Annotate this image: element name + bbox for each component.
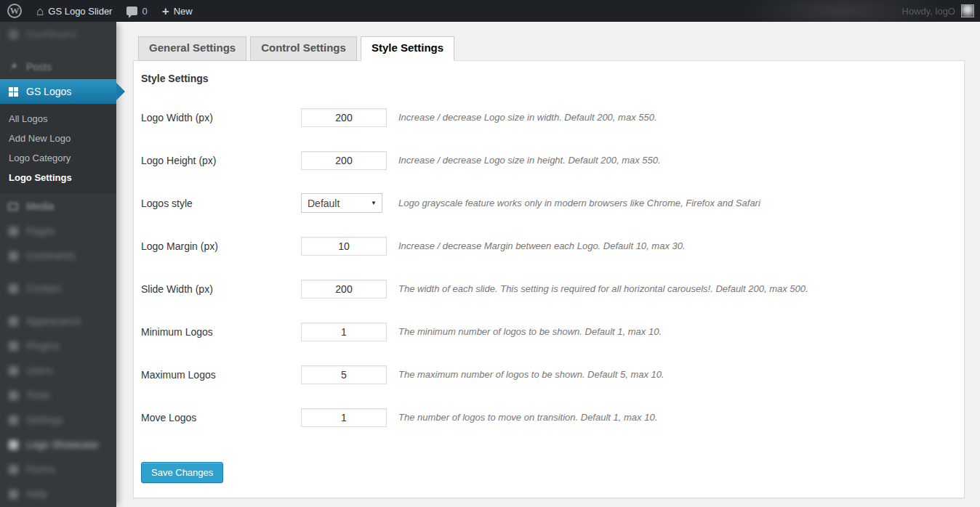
gs-logos-grid-icon (7, 86, 19, 97)
plus-icon: + (162, 5, 169, 17)
gs-logos-submenu: All Logos Add New Logo Logo Category Log… (0, 104, 116, 194)
move-logos-input[interactable] (301, 408, 387, 427)
maximum-logos-input[interactable] (301, 365, 387, 384)
wordpress-logo-icon: W (7, 4, 22, 18)
menu-icon (7, 340, 19, 352)
sidebar-item-label: Posts (26, 61, 52, 73)
sidebar-item-blurred[interactable]: Contact (0, 276, 116, 301)
menu-icon (7, 315, 19, 327)
sidebar-item-label: Settings (26, 414, 63, 426)
setting-row: Move Logos The number of logos to move o… (141, 408, 957, 427)
setting-description: Increase / decrease Logo size in width. … (398, 112, 657, 123)
home-icon: ⌂ (36, 5, 44, 17)
setting-label: Maximum Logos (141, 369, 301, 381)
main-content: General Settings Control Settings Style … (116, 22, 980, 507)
dashboard-icon (7, 28, 19, 40)
submenu-add-new-logo[interactable]: Add New Logo (0, 129, 116, 148)
logo-width-input[interactable] (301, 108, 387, 127)
sidebar-item-blurred[interactable]: Help (0, 482, 116, 506)
sidebar-item-blurred[interactable]: Plugins (0, 333, 116, 358)
admin-bar: W ⌂ GS Logo Slider 0 + New Howdy, logO (0, 0, 980, 22)
sidebar-item-label: Pages (26, 225, 55, 237)
logo-margin-input[interactable] (301, 237, 387, 256)
setting-label: Logo Height (px) (141, 155, 301, 166)
setting-label: Slide Width (px) (141, 283, 301, 295)
sidebar-item-blurred[interactable]: Logo Showcase (0, 432, 116, 457)
tab-control-settings[interactable]: Control Settings (250, 36, 357, 61)
sidebar-item-label: Help (26, 488, 47, 500)
panel-heading: Style Settings (141, 73, 957, 84)
save-changes-button[interactable]: Save Changes (141, 462, 223, 483)
admin-sidebar: Dashboard Posts GS Logos All Logos Add N… (0, 22, 116, 507)
sidebar-item-blurred[interactable]: Appearance (0, 309, 116, 333)
setting-description: The number of logos to move on transitio… (398, 412, 657, 423)
sidebar-item-blurred[interactable]: Forms (0, 457, 116, 482)
sidebar-item-blurred[interactable]: Pages (0, 219, 116, 243)
sidebar-item-label: Forms (26, 463, 55, 475)
sidebar-item-blurred[interactable]: Tools (0, 383, 116, 407)
setting-label: Minimum Logos (141, 326, 301, 338)
comments-link[interactable]: 0 (119, 0, 154, 22)
sidebar-item-media[interactable]: Media (0, 194, 116, 219)
submenu-logo-category[interactable]: Logo Category (0, 148, 116, 168)
menu-icon (7, 389, 19, 401)
setting-description: The maximum number of logos to be shown.… (398, 369, 664, 380)
menu-icon (7, 488, 19, 500)
menu-icon (7, 463, 19, 475)
media-icon (7, 200, 19, 212)
logos-style-select[interactable]: Default ▼ (301, 193, 382, 213)
menu-icon (7, 365, 19, 376)
sidebar-item-blurred[interactable]: Users (0, 358, 116, 383)
menu-icon (7, 414, 19, 426)
sidebar-item-blurred[interactable]: Settings (0, 407, 116, 432)
submenu-logo-settings[interactable]: Logo Settings (0, 168, 116, 187)
tab-style-settings[interactable]: Style Settings (361, 36, 454, 61)
setting-row: Logo Margin (px) Increase / decrease Mar… (141, 237, 957, 256)
sidebar-item-label: Appearance (26, 315, 81, 327)
menu-icon (7, 439, 19, 450)
submenu-all-logos[interactable]: All Logos (0, 109, 116, 129)
avatar (961, 4, 974, 17)
site-link[interactable]: ⌂ GS Logo Slider (29, 0, 119, 22)
selected-option: Default (308, 198, 340, 209)
setting-row: Logos style Default ▼ Logo grayscale fea… (141, 194, 957, 213)
sidebar-item-gs-logos[interactable]: GS Logos (0, 79, 116, 104)
comments-count: 0 (142, 6, 147, 17)
setting-row: Logo Width (px) Increase / decrease Logo… (141, 108, 957, 127)
sidebar-item-label: Dashboard (26, 28, 76, 40)
style-settings-panel: Style Settings Logo Width (px) Increase … (133, 60, 965, 498)
settings-tabs: General Settings Control Settings Style … (116, 22, 980, 60)
wp-logo-menu[interactable]: W (0, 0, 29, 22)
setting-description: Increase / decrease Logo size in height.… (398, 155, 661, 166)
menu-icon (7, 250, 19, 261)
sidebar-item-label: Tools (26, 389, 50, 401)
setting-description: Logo grayscale feature works only in mod… (398, 198, 760, 208)
minimum-logos-input[interactable] (301, 323, 387, 341)
account-menu[interactable]: Howdy, logO (902, 4, 980, 17)
setting-description: The width of each slide. This setting is… (398, 283, 808, 294)
select-caret-icon: ▼ (371, 200, 377, 206)
menu-icon (7, 283, 19, 294)
setting-row: Logo Height (px) Increase / decrease Log… (141, 151, 957, 170)
setting-row: Minimum Logos The minimum number of logo… (141, 323, 957, 341)
howdy-text: Howdy, logO (902, 6, 955, 17)
setting-label: Move Logos (141, 412, 301, 423)
tab-general-settings[interactable]: General Settings (138, 36, 246, 61)
sidebar-item-dashboard[interactable]: Dashboard (0, 22, 116, 46)
setting-label: Logo Margin (px) (141, 240, 301, 252)
setting-description: The minimum number of logos to be shown.… (398, 326, 662, 337)
setting-row: Maximum Logos The maximum number of logo… (141, 365, 957, 384)
sidebar-item-posts[interactable]: Posts (0, 54, 116, 79)
sidebar-item-blurred[interactable]: Comments (0, 243, 116, 268)
new-menu[interactable]: + New (155, 0, 200, 22)
logo-height-input[interactable] (301, 151, 387, 170)
sidebar-item-label: Comments (26, 250, 76, 261)
sidebar-item-label: Media (26, 200, 54, 212)
sidebar-item-label: GS Logos (26, 86, 71, 97)
setting-label: Logos style (141, 198, 301, 209)
site-name: GS Logo Slider (48, 6, 112, 17)
slide-width-input[interactable] (301, 280, 387, 299)
sidebar-item-label: Plugins (26, 340, 60, 352)
setting-description: Increase / decrease Margin between each … (398, 240, 686, 251)
sidebar-item-label: Users (26, 365, 53, 376)
